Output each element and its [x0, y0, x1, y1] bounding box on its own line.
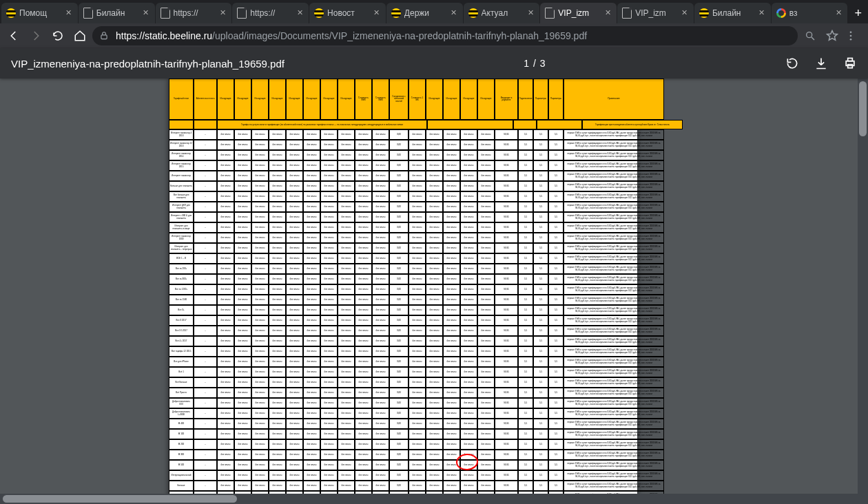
- table-row: Все тарифы 12 2015-без платыбез платыбез…: [169, 346, 637, 357]
- reload-button[interactable]: [48, 26, 68, 45]
- back-button[interactable]: [4, 26, 23, 45]
- browser-tab[interactable]: VIP_izm✕: [540, 3, 617, 23]
- table-header-cell: Исходящие: [443, 78, 460, 120]
- table-cell: первые 3 Мб в сутки тарифицируются по 3,…: [564, 305, 664, 315]
- svg-point-3: [850, 31, 852, 33]
- table-cell: без платы: [372, 140, 389, 150]
- table-row-label: M 200: [169, 439, 194, 450]
- table-cell: без платы: [286, 243, 303, 253]
- table-cell: без платы: [338, 357, 355, 367]
- bookmark-star-icon[interactable]: [823, 30, 842, 42]
- table-cell: 5,5: [518, 253, 533, 264]
- table-cell: 5,5: [518, 429, 533, 439]
- close-tab-icon[interactable]: ✕: [757, 8, 767, 18]
- close-tab-icon[interactable]: ✕: [449, 8, 459, 18]
- table-cell: без платы: [460, 388, 477, 398]
- home-button[interactable]: [70, 26, 90, 45]
- table-cell: без платы: [251, 295, 269, 305]
- bee-favicon-icon: [391, 8, 402, 19]
- browser-tab[interactable]: Актуал✕: [464, 3, 540, 23]
- table-cell: без платы: [409, 336, 426, 346]
- table-cell: без платы: [460, 460, 477, 470]
- horizontal-scrollbar-thumb[interactable]: [3, 495, 237, 503]
- table-cell: без платы: [477, 264, 495, 274]
- horizontal-scrollbar[interactable]: [0, 494, 858, 504]
- download-icon[interactable]: [814, 56, 828, 70]
- table-cell: без платы: [443, 470, 460, 481]
- browser-tab[interactable]: Держи✕: [386, 3, 463, 23]
- table-cell: без платы: [269, 336, 286, 346]
- browser-tab[interactable]: VIP_izm✕: [617, 3, 694, 23]
- table-cell: без платы: [320, 305, 338, 315]
- close-tab-icon[interactable]: ✕: [295, 8, 304, 18]
- table-cell: без платы: [320, 357, 338, 367]
- table-row: ВСЕ 1 – В-без платыбез платыбез платыбез…: [169, 253, 637, 264]
- table-cell: 3,60: [389, 129, 409, 140]
- table-cell: без платы: [460, 398, 477, 408]
- table-cell: без платы: [269, 450, 286, 460]
- table-cell: 5,5: [518, 191, 533, 202]
- table-cell: первые 3 Мб в сутки тарифицируются по 3,…: [564, 264, 664, 274]
- close-tab-icon[interactable]: ✕: [603, 8, 612, 18]
- table-cell: без платы: [217, 481, 234, 491]
- table-cell: без платы: [269, 481, 286, 491]
- table-cell: без платы: [217, 408, 234, 419]
- table-cell: первые 3 Мб в сутки тарифицируются по 3,…: [564, 171, 664, 181]
- close-tab-icon[interactable]: ✕: [64, 8, 74, 18]
- pdf-viewport[interactable]: Тарифный планАбонентская платаИсходящиеИ…: [0, 78, 868, 504]
- table-cell: без платы: [477, 346, 495, 357]
- table-cell: без платы: [217, 315, 234, 326]
- browser-tab[interactable]: Помощ✕: [1, 3, 78, 23]
- close-tab-icon[interactable]: ✕: [218, 8, 227, 18]
- browser-tab[interactable]: Билайн✕: [79, 3, 155, 23]
- site-search-icon[interactable]: [800, 30, 820, 41]
- table-row-label: Интернет навигатор 2014: [169, 150, 194, 160]
- table-cell: первые 3 Мб в сутки тарифицируются по 3,…: [564, 243, 664, 253]
- table-cell: без платы: [338, 202, 355, 212]
- table-cell: 5,5: [533, 470, 548, 481]
- table-cell: без платы: [303, 305, 320, 315]
- close-tab-icon[interactable]: ✕: [680, 8, 690, 18]
- print-icon[interactable]: [843, 56, 857, 70]
- table-cell: 3,60: [389, 336, 409, 346]
- table-cell: без платы: [355, 388, 372, 398]
- forward-button[interactable]: [26, 26, 45, 45]
- table-cell: без платы: [234, 388, 251, 398]
- table-cell: 3,60: [389, 388, 409, 398]
- table-cell: -: [194, 274, 217, 284]
- table-cell: -: [194, 202, 217, 212]
- table-row: Все 3 5 2017-без платыбез платыбез платы…: [169, 326, 637, 336]
- table-cell: первые 3 Мб в сутки тарифицируются по 3,…: [564, 315, 664, 326]
- close-tab-icon[interactable]: ✕: [526, 8, 535, 18]
- table-cell: 5,5: [533, 284, 548, 295]
- more-icon[interactable]: [845, 30, 864, 42]
- table-cell: без платы: [217, 171, 234, 181]
- table-cell: без платы: [355, 305, 372, 315]
- close-tab-icon[interactable]: ✕: [141, 8, 151, 18]
- close-tab-icon[interactable]: ✕: [834, 8, 843, 18]
- table-cell: без платы: [460, 191, 477, 202]
- table-cell: без платы: [251, 284, 269, 295]
- table-cell: без платы: [372, 212, 389, 222]
- rotate-icon[interactable]: [785, 56, 799, 70]
- browser-tab[interactable]: Билайн✕: [694, 3, 771, 23]
- url-bar[interactable]: https://static.beeline.ru/upload/images/…: [92, 26, 798, 45]
- table-cell: 5,5: [548, 398, 564, 408]
- browser-tab[interactable]: Новост✕: [309, 3, 386, 23]
- new-tab-button[interactable]: +: [848, 3, 868, 23]
- browser-tab[interactable]: вз✕: [772, 3, 848, 23]
- vertical-scrollbar-thumb[interactable]: [859, 81, 867, 136]
- table-cell: без платы: [217, 336, 234, 346]
- table-cell: без платы: [477, 150, 495, 160]
- table-cell: 5,5: [518, 481, 533, 491]
- browser-tab[interactable]: https://✕: [156, 3, 232, 23]
- table-cell: 3,60: [389, 377, 409, 388]
- table-cell: без платы: [409, 212, 426, 222]
- table-cell: первые 3 Мб в сутки тарифицируются по 3,…: [564, 357, 664, 367]
- table-cell: 5,5: [518, 367, 533, 377]
- pdf-toolbar: VIP_izmeneniya-na-predoplatnih-tarifnyh-…: [0, 48, 868, 78]
- vertical-scrollbar[interactable]: [858, 78, 868, 504]
- table-cell: без платы: [234, 377, 251, 388]
- browser-tab[interactable]: https://✕: [232, 3, 309, 23]
- close-tab-icon[interactable]: ✕: [372, 8, 382, 18]
